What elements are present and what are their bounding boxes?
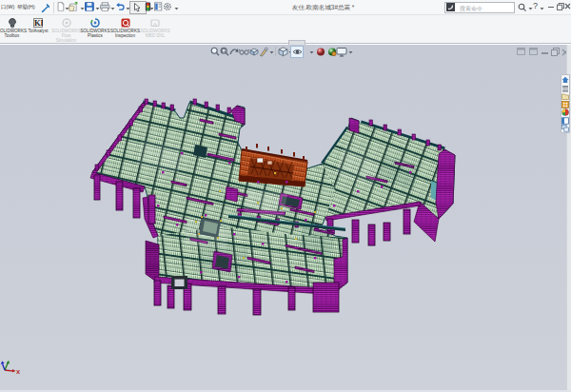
svg-text:KI: KI xyxy=(34,18,43,28)
